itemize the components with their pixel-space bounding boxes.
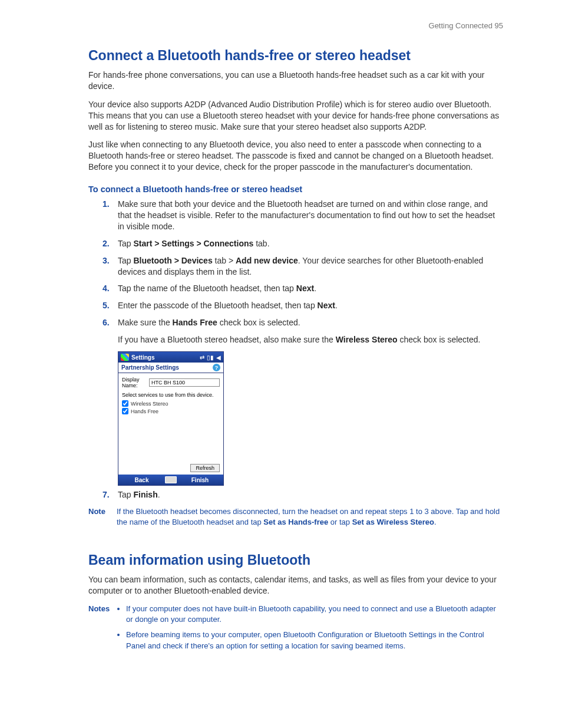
step-6: 6. Make sure the Hands Free check box is… bbox=[118, 317, 503, 328]
embedded-screenshot: Settings ⇄ ▯▮ ◀ Partnership Settings ? D… bbox=[118, 351, 224, 486]
step-6-extra-pre: If you have a Bluetooth stereo headset, … bbox=[118, 335, 336, 344]
step-7-pre: Tap bbox=[118, 490, 133, 499]
step-6-post: check box is selected. bbox=[217, 318, 300, 327]
wm-panel-header: Partnership Settings ? bbox=[118, 363, 223, 373]
wm-checkbox-hands-free[interactable] bbox=[122, 408, 128, 414]
note-body: If the Bluetooth headset becomes disconn… bbox=[117, 506, 503, 528]
wm-panel-title: Partnership Settings bbox=[121, 364, 179, 371]
step-5-bold: Next bbox=[318, 301, 335, 310]
wm-check-label-2: Hands Free bbox=[131, 409, 158, 414]
wm-check-hands-free[interactable]: Hands Free bbox=[122, 408, 220, 414]
note-bold-1: Set as Hands-free bbox=[263, 518, 328, 526]
step-6-pre: Make sure the bbox=[118, 318, 173, 327]
wm-display-name-label: Display Name: bbox=[122, 377, 149, 388]
keyboard-icon[interactable] bbox=[165, 476, 177, 483]
step-5-pre: Enter the passcode of the Bluetooth head… bbox=[118, 301, 318, 310]
wm-checkbox-wireless-stereo[interactable] bbox=[122, 400, 128, 407]
step-2-pre: Tap bbox=[118, 239, 133, 248]
step-4-pre: Tap the name of the Bluetooth headset, t… bbox=[118, 284, 296, 293]
wm-body: Display Name: Select services to use fro… bbox=[118, 373, 223, 462]
step-2: 2. Tap Start > Settings > Connections ta… bbox=[118, 238, 503, 249]
wm-display-name-row: Display Name: bbox=[122, 377, 220, 388]
sync-icon: ⇄ bbox=[200, 354, 204, 361]
step-2-post: tab. bbox=[253, 239, 269, 248]
note-label: Note bbox=[88, 506, 117, 528]
heading-beam-information: Beam information using Bluetooth bbox=[88, 552, 503, 568]
intro-paragraph-1: For hands-free phone conversations, you … bbox=[88, 70, 503, 92]
step-3-bold-2: Add new device bbox=[236, 256, 298, 265]
step-1-text: Make sure that both your device and the … bbox=[118, 199, 495, 231]
windows-start-icon[interactable] bbox=[121, 354, 129, 361]
wm-refresh-button[interactable]: Refresh bbox=[190, 464, 220, 472]
wm-check-wireless-stereo[interactable]: Wireless Stereo bbox=[122, 400, 220, 407]
notes-item-1: If your computer does not have built-in … bbox=[126, 604, 503, 625]
wm-instruction: Select services to use from this device. bbox=[122, 392, 220, 398]
step-7-post: . bbox=[158, 490, 160, 499]
beam-paragraph-1: You can beam information, such as contac… bbox=[88, 574, 503, 597]
steps-list: 1.Make sure that both your device and th… bbox=[118, 199, 503, 328]
wm-softkey-finish[interactable]: Finish bbox=[177, 477, 223, 483]
wm-check-label-1: Wireless Stereo bbox=[131, 401, 168, 407]
steps-list-continued: 7. Tap Finish. bbox=[118, 489, 503, 500]
wm-softkey-back[interactable]: Back bbox=[118, 477, 165, 483]
notes-label: Notes bbox=[88, 604, 117, 656]
step-4-bold: Next bbox=[296, 284, 314, 293]
wm-refresh-row: Refresh bbox=[118, 462, 223, 475]
note-mid: or tap bbox=[328, 518, 352, 526]
step-7: 7. Tap Finish. bbox=[118, 489, 503, 500]
step-3: 3. Tap Bluetooth > Devices tab > Add new… bbox=[118, 255, 503, 278]
step-4: 4. Tap the name of the Bluetooth headset… bbox=[118, 283, 503, 294]
wm-title: Settings bbox=[131, 354, 200, 361]
intro-paragraph-3: Just like when connecting to any Bluetoo… bbox=[88, 139, 503, 173]
note-bold-2: Set as Wireless Stereo bbox=[352, 518, 434, 526]
step-3-bold-1: Bluetooth > Devices bbox=[133, 256, 212, 265]
intro-paragraph-2: Your device also supports A2DP (Advanced… bbox=[88, 99, 503, 133]
note-block: Note If the Bluetooth headset becomes di… bbox=[88, 506, 503, 528]
notes-list: If your computer does not have built-in … bbox=[126, 604, 503, 651]
step-3-mid: tab > bbox=[213, 256, 236, 265]
notes-block: Notes If your computer does not have bui… bbox=[88, 604, 503, 656]
step-2-bold: Start > Settings > Connections bbox=[133, 239, 253, 248]
step-4-post: . bbox=[314, 284, 316, 293]
help-icon[interactable]: ? bbox=[213, 364, 220, 371]
heading-connect-headset: Connect a Bluetooth hands-free or stereo… bbox=[88, 48, 503, 64]
page-header: Getting Connected 95 bbox=[88, 21, 503, 30]
wm-status-icons: ⇄ ▯▮ ◀ bbox=[200, 354, 221, 361]
step-3-pre: Tap bbox=[118, 256, 133, 265]
step-6-extra-bold: Wireless Stereo bbox=[336, 335, 398, 344]
speaker-icon: ◀ bbox=[216, 354, 221, 361]
wm-display-name-input[interactable] bbox=[149, 378, 220, 387]
notes-body: If your computer does not have built-in … bbox=[117, 604, 503, 656]
signal-icon: ▯▮ bbox=[207, 354, 214, 361]
wm-titlebar: Settings ⇄ ▯▮ ◀ bbox=[118, 352, 223, 363]
step-6-bold: Hands Free bbox=[173, 318, 217, 327]
wm-softkey-bar: Back Finish bbox=[118, 475, 223, 485]
step-5-post: . bbox=[335, 301, 338, 310]
step-6-extra: If you have a Bluetooth stereo headset, … bbox=[118, 334, 503, 345]
step-6-extra-post: check box is selected. bbox=[398, 335, 481, 344]
step-7-bold: Finish bbox=[133, 490, 157, 499]
document-page: Getting Connected 95 Connect a Bluetooth… bbox=[0, 0, 562, 728]
step-5: 5. Enter the passcode of the Bluetooth h… bbox=[118, 300, 503, 311]
note-post: . bbox=[434, 518, 437, 526]
notes-item-2: Before beaming items to your computer, o… bbox=[126, 630, 503, 651]
step-1: 1.Make sure that both your device and th… bbox=[118, 199, 503, 232]
subheading-to-connect: To connect a Bluetooth hands-free or ste… bbox=[88, 185, 503, 194]
